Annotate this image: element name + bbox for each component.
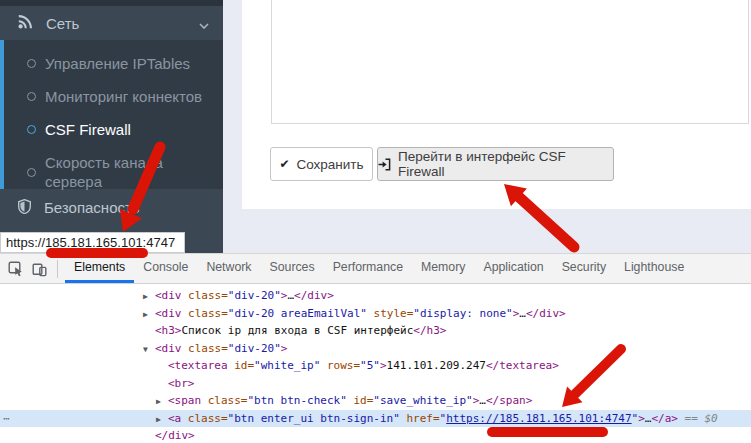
tree-disclosure-icon[interactable]: ▶ [143,306,155,324]
devtools-elements-tree: ▶<div class="div-20">…</div>▶<div class=… [0,284,751,443]
goto-button-label: Перейти в интерфейс CSF Firewall [398,149,613,179]
sidebar: Сеть Управление IPTablesМониторинг конне… [0,0,223,253]
code-token: </div> [294,289,334,302]
devtools-code-line-7[interactable]: ▶<span class="btn btn-check" id="save_wh… [0,392,751,410]
bullet-icon [27,59,36,68]
code-token: class= [181,412,227,425]
inspect-element-icon[interactable] [4,254,28,283]
sidebar-network-label: Сеть [46,15,79,32]
code-token: "white_ip" [254,359,320,372]
white-ip-textarea[interactable] [271,0,749,124]
code-token: </h3> [413,324,446,337]
code-token: … [479,394,486,407]
code-token: rows= [320,359,360,372]
code-token: <br> [168,377,195,390]
settings-panel: ✔ Сохранить Перейти в интерфейс CSF Fire… [242,0,751,209]
sign-in-icon [378,158,391,171]
devtools-tab-bar: ElementsConsoleNetworkSourcesPerformance… [65,254,693,283]
devtools-tab-lighthouse[interactable]: Lighthouse [615,254,693,283]
code-token: class= [182,307,228,320]
code-token: class= [182,342,228,355]
code-token: "div-20 areaEmailVal" [228,307,367,320]
code-token: <a [168,412,181,425]
code-token: <div [155,307,182,320]
code-token: "save_white_ip" [373,394,472,407]
devtools-tab-security[interactable]: Security [553,254,615,283]
save-button-label: Сохранить [296,157,363,172]
sidebar-subitem-label: Мониторинг коннектов [45,87,202,106]
devtools-code-line-8[interactable]: ▶<a class="btn enter_ui btn-sign-in" hre… [0,410,751,428]
code-token: id= [228,359,255,372]
devtools-tab-application[interactable]: Application [474,254,552,283]
devtools-tab-memory[interactable]: Memory [412,254,474,283]
code-token: > [281,342,288,355]
devtools-code-line-6[interactable]: <br> [0,375,751,393]
bullet-icon [27,125,36,134]
code-token: </textarea> [486,359,559,372]
main-content: ✔ Сохранить Перейти в интерфейс CSF Fire… [223,0,751,253]
sidebar-item-network[interactable]: Сеть [0,6,223,40]
code-token: <textarea [168,359,228,372]
shield-icon [18,199,31,217]
code-token: </div> [155,429,195,442]
code-token: </span> [486,394,532,407]
sidebar-subitem-csf-firewall[interactable]: CSF Firewall [27,120,223,139]
sidebar-subitem-label: Управление IPTables [45,54,190,73]
rss-icon [18,14,33,32]
device-toolbar-icon[interactable] [28,254,52,283]
code-token: … [519,307,526,320]
devtools-tab-network[interactable]: Network [197,254,260,283]
goto-csf-interface-button[interactable]: Перейти в интерфейс CSF Firewall [377,147,614,181]
code-token: > [380,359,387,372]
code-token: <span [168,394,201,407]
devtools-tab-console[interactable]: Console [134,254,197,283]
code-token: </a> [651,412,678,425]
devtools-code-line-3[interactable]: <h3>Список ip для входа в CSF интерфейс<… [0,322,751,340]
chevron-down-icon [199,15,209,32]
link-preview-url: https://185.181.165.101:4747 [6,235,175,250]
code-token: class= [182,289,228,302]
devtools-panel: ElementsConsoleNetworkSourcesPerformance… [0,253,751,443]
code-token: </div> [526,307,566,320]
code-token: "display: none" [413,307,512,320]
code-token: <h3> [155,324,182,337]
code-token: id= [347,394,374,407]
devtools-tab-sources[interactable]: Sources [261,254,324,283]
sidebar-subitem-label: Скорость канала сервера [45,153,223,191]
code-token: 141.101.209.247 [387,359,486,372]
sidebar-subitem-управление-iptables[interactable]: Управление IPTables [27,54,223,73]
devtools-code-line-1[interactable]: ▶<div class="div-20">…</div> [0,287,751,305]
sidebar-subitem-label: CSF Firewall [45,120,131,139]
code-token: <div [155,289,182,302]
bullet-icon [27,92,36,101]
sidebar-subitem-мониторинг-коннектов[interactable]: Мониторинг коннектов [27,87,223,106]
devtools-code-line-9[interactable]: </div> [0,427,751,443]
save-button[interactable]: ✔ Сохранить [270,147,373,181]
code-token: "btn enter_ui btn-sign-in" [228,412,400,425]
tree-disclosure-icon[interactable]: ▶ [156,393,168,411]
devtools-code-line-5[interactable]: <textarea id="white_ip" rows="5">141.101… [0,357,751,375]
sidebar-subitem-скорость-канала-сервера[interactable]: Скорость канала сервера [27,153,223,191]
code-token: "div-20" [228,342,281,355]
bullet-icon [27,168,36,177]
code-token: href= [400,412,440,425]
code-token: "5" [360,359,380,372]
code-token: "div-20" [228,289,281,302]
devtools-tab-elements[interactable]: Elements [65,254,134,283]
code-token: https://185.181.165.101:4747 [446,412,631,425]
code-token: <div [155,342,182,355]
code-token: "btn btn-check" [247,394,346,407]
tree-disclosure-icon[interactable]: ▼ [143,341,155,359]
code-token: Список ip для входа в CSF интерфейс [182,324,414,337]
devtools-tab-performance[interactable]: Performance [324,254,412,283]
devtools-code-line-2[interactable]: ▶<div class="div-20 areaEmailVal" style=… [0,305,751,323]
link-preview-tooltip: https://185.181.165.101:4747 [0,232,185,253]
sidebar-submenu: Управление IPTablesМониторинг коннектовC… [0,40,223,189]
check-icon: ✔ [279,157,289,171]
devtools-code-line-4[interactable]: ▼<div class="div-20"> [0,340,751,358]
code-token: style= [367,307,413,320]
row-more-actions-icon[interactable]: ⋯ [3,410,9,428]
tree-disclosure-icon[interactable]: ▶ [156,411,168,429]
sidebar-item-security[interactable]: Безопасность [0,189,223,226]
tree-disclosure-icon[interactable]: ▶ [143,288,155,306]
